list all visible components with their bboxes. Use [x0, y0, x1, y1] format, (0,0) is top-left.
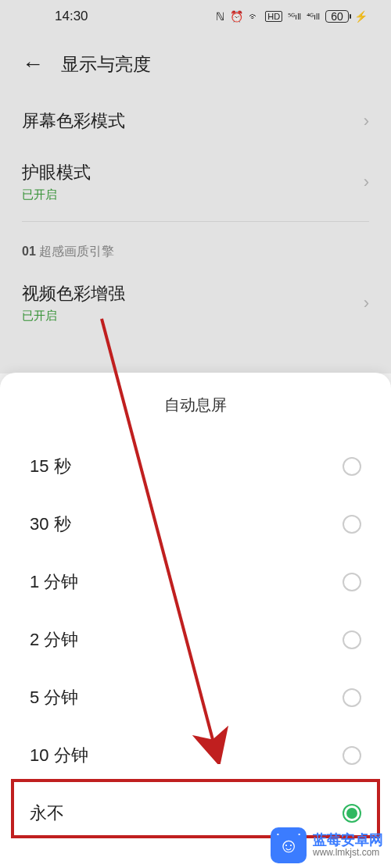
options-list: 15 秒30 秒1 分钟2 分钟5 分钟10 分钟永不: [0, 438, 391, 842]
setting-status: 已开启: [22, 188, 91, 202]
section-header: 01 超感画质引擎: [22, 222, 369, 268]
option-label: 10 分钟: [30, 744, 88, 767]
watermark: ☺ 蓝莓安卓网 www.lmkjst.com: [263, 823, 391, 868]
settings-list: 屏幕色彩模式 › 护眼模式 已开启 › 01 超感画质引擎 视频色彩增强 已开启…: [0, 95, 391, 338]
sheet-title: 自动息屏: [0, 395, 391, 416]
option-row[interactable]: 2 分钟: [0, 611, 391, 669]
setting-video-color[interactable]: 视频色彩增强 已开启 ›: [22, 268, 369, 338]
back-button[interactable]: ←: [22, 52, 44, 77]
bottom-sheet: 自动息屏 15 秒30 秒1 分钟2 分钟5 分钟10 分钟永不: [0, 373, 391, 868]
chevron-right-icon: ›: [364, 172, 369, 192]
radio-icon[interactable]: [343, 746, 361, 765]
option-row[interactable]: 30 秒: [0, 495, 391, 553]
battery-icon: 60: [325, 10, 349, 23]
option-row[interactable]: 5 分钟: [0, 669, 391, 727]
hd-icon: HD: [265, 11, 282, 22]
setting-eye-care[interactable]: 护眼模式 已开启 ›: [22, 147, 369, 222]
option-row[interactable]: 1 分钟: [0, 553, 391, 611]
nfc-icon: ℕ: [216, 10, 224, 23]
radio-icon[interactable]: [343, 573, 361, 591]
radio-icon[interactable]: [343, 630, 361, 649]
option-label: 5 分钟: [30, 686, 78, 709]
status-bar: 14:30 ℕ ⏰ ᯤ HD ⁵ᴳıll ⁴ᴳıll 60 ⚡: [0, 0, 391, 33]
watermark-title: 蓝莓安卓网: [313, 833, 383, 848]
setting-title: 屏幕色彩模式: [22, 109, 125, 133]
setting-title: 护眼模式: [22, 161, 91, 184]
radio-icon[interactable]: [343, 515, 361, 534]
option-row[interactable]: 15 秒: [0, 438, 391, 495]
option-label: 15 秒: [30, 455, 71, 478]
signal-4g-icon: ⁴ᴳıll: [307, 12, 320, 22]
status-icons: ℕ ⏰ ᯤ HD ⁵ᴳıll ⁴ᴳıll 60 ⚡: [216, 10, 368, 23]
alarm-icon: ⏰: [230, 10, 243, 23]
radio-selected-icon[interactable]: [343, 804, 361, 823]
radio-icon[interactable]: [343, 457, 361, 476]
chevron-right-icon: ›: [364, 293, 369, 313]
chevron-right-icon: ›: [364, 111, 369, 131]
watermark-url: www.lmkjst.com: [313, 848, 383, 858]
setting-color-mode[interactable]: 屏幕色彩模式 ›: [22, 95, 369, 147]
setting-title: 视频色彩增强: [22, 282, 125, 305]
status-time: 14:30: [55, 9, 88, 24]
option-label: 永不: [30, 802, 64, 825]
page-title: 显示与亮度: [61, 52, 151, 77]
charging-icon: ⚡: [354, 10, 368, 23]
option-row[interactable]: 10 分钟: [0, 727, 391, 784]
dimmed-background: 14:30 ℕ ⏰ ᯤ HD ⁵ᴳıll ⁴ᴳıll 60 ⚡ ← 显示与亮度 …: [0, 0, 391, 373]
option-label: 2 分钟: [30, 628, 78, 652]
signal-5g-icon: ⁵ᴳıll: [288, 12, 301, 22]
section-label: 超感画质引擎: [39, 245, 114, 258]
option-label: 1 分钟: [30, 570, 78, 594]
radio-icon[interactable]: [343, 688, 361, 707]
option-label: 30 秒: [30, 513, 71, 536]
setting-status: 已开启: [22, 309, 125, 323]
nav-bar: ← 显示与亮度: [0, 33, 391, 95]
section-number: 01: [22, 245, 36, 258]
watermark-icon: ☺: [271, 827, 307, 863]
wifi-icon: ᯤ: [249, 10, 260, 23]
